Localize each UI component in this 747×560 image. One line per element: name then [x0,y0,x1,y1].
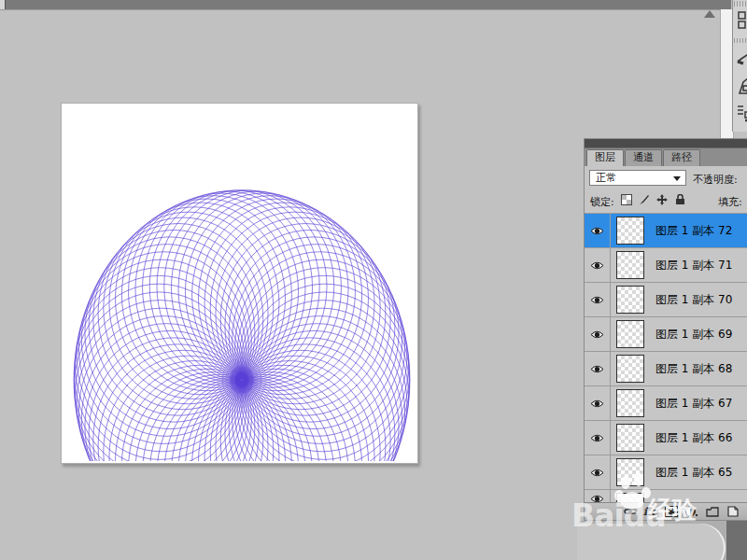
lock-position-icon[interactable] [655,193,669,206]
dock-separator [734,38,747,43]
layer-row[interactable]: 图层 1 副本 67 [585,386,747,421]
tab-layers[interactable]: 图层 [586,149,624,166]
layer-visibility-toggle[interactable] [585,283,611,316]
layer-name[interactable]: 图层 1 副本 71 [655,258,732,273]
layer-row[interactable]: 图层 1 副本 69 [585,317,747,352]
link-layers-icon[interactable] [623,505,637,518]
layer-thumbnail[interactable] [616,389,644,417]
layer-name[interactable]: 图层 1 副本 67 [655,396,732,412]
layer-name[interactable]: 图层 1 副本 70 [655,292,732,308]
tab-paths[interactable]: 路径 [663,149,700,166]
blend-mode-value: 正常 [596,172,616,184]
menu-bar-strip [0,0,731,10]
chevron-down-icon [673,176,681,181]
layer-row[interactable]: 图层 1 副本 66 [585,421,747,455]
add-layer-mask-icon[interactable] [664,505,678,518]
bottom-right-dark-corner [726,521,747,560]
lock-row: 锁定: 填充: [585,189,747,213]
layer-name[interactable]: 图层 1 副本 65 [655,465,732,481]
opacity-label: 不透明度: [693,173,738,187]
lock-label: 锁定: [590,195,614,209]
layer-name[interactable]: 图层 1 副本 68 [655,361,732,377]
layer-thumbnail[interactable] [616,424,644,452]
layer-visibility-toggle[interactable] [585,214,611,247]
layer-row[interactable]: 图层 1 副本 72 [585,214,747,248]
layer-visibility-toggle[interactable] [585,248,611,282]
fill-label: 填充: [718,195,742,209]
blend-mode-select[interactable]: 正常 [589,170,686,186]
lock-transparent-pixels-icon[interactable] [620,193,633,206]
watermark-bubble [577,524,724,560]
lock-image-pixels-icon[interactable] [638,193,651,206]
swatches-panel-icon[interactable] [736,10,747,33]
brush-panel-icon[interactable] [736,47,747,69]
new-group-icon[interactable] [705,505,719,518]
layer-visibility-toggle[interactable] [585,421,611,455]
tool-presets-panel-icon[interactable] [736,75,747,97]
layer-thumbnail[interactable] [616,251,644,279]
layer-name[interactable]: 图层 1 副本 69 [655,327,732,343]
clone-source-panel-icon[interactable] [736,103,747,125]
layer-thumbnail[interactable] [616,355,644,383]
layer-name[interactable]: 图层 1 副本 66 [655,430,732,446]
layer-visibility-toggle[interactable] [585,317,611,351]
window-corner-notch [0,0,6,9]
dock-gripper[interactable] [734,1,747,7]
scroll-up-arrow-icon[interactable] [704,10,715,18]
layer-visibility-toggle[interactable] [585,386,611,420]
layer-thumbnail[interactable] [616,458,644,486]
layer-row[interactable]: 图层 1 副本 70 [585,283,747,317]
layer-thumbnail[interactable] [616,217,644,245]
layer-name[interactable]: 图层 1 副本 72 [655,223,732,239]
panel-dock [732,0,747,132]
spirograph-artwork [62,104,416,461]
blend-mode-row: 正常 不透明度: [585,166,747,189]
layer-row[interactable]: 图层 1 副本 71 [585,248,747,283]
layer-visibility-toggle[interactable] [585,352,611,385]
lock-all-icon[interactable] [673,193,686,206]
layer-thumbnail[interactable] [616,286,644,314]
layer-thumbnail[interactable] [616,320,644,348]
tab-channels[interactable]: 通道 [625,149,662,166]
layer-row[interactable]: 图层 1 副本 65 [585,455,747,490]
document-canvas[interactable] [61,103,418,464]
panel-title-bar[interactable] [585,139,747,148]
new-adjustment-layer-icon[interactable] [684,505,698,518]
layer-row[interactable]: 图层 1 副本 68 [585,352,747,386]
layer-style-fx-icon[interactable]: fx. [643,505,657,518]
layer-visibility-toggle[interactable] [585,455,611,489]
layers-panel: 图层 通道 路径 正常 不透明度: 锁定: [584,138,747,521]
photoshop-workspace: 图层 通道 路径 正常 不透明度: 锁定: [0,0,747,560]
new-layer-icon[interactable] [726,505,740,518]
layer-list: 图层 1 副本 72图层 1 副本 71图层 1 副本 70图层 1 副本 69… [585,213,747,506]
panel-tabs: 图层 通道 路径 [585,148,747,166]
layers-panel-footer: fx. [585,502,747,520]
